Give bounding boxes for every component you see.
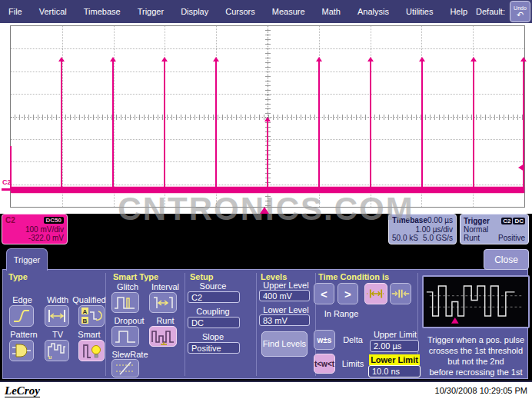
- limits-button[interactable]: t<w<t: [314, 354, 335, 374]
- menu-bar: File Vertical Timebase Trigger Display C…: [0, 0, 532, 23]
- trigger-description-line-2: crosses the 1st threshold: [418, 345, 532, 356]
- qualified-label: Qualified: [71, 295, 108, 304]
- interval-label: Interval: [146, 282, 185, 291]
- coupling-field[interactable]: DC: [188, 317, 240, 328]
- menu-item-utilities[interactable]: Utilities: [397, 7, 441, 16]
- dropout-label: Dropout: [109, 316, 149, 325]
- coupling-label: Coupling: [188, 307, 238, 316]
- undo-button[interactable]: Undo ↶: [510, 1, 530, 22]
- pattern-icon: [11, 342, 32, 359]
- in-range-icon: [365, 287, 387, 301]
- condition-greater-than-button[interactable]: >: [337, 283, 358, 304]
- menu-item-measure[interactable]: Measure: [264, 7, 314, 16]
- smart-icon: [80, 341, 103, 360]
- trigger-type-smart-button[interactable]: [78, 340, 105, 361]
- upper-limit-field[interactable]: 2.00 µs: [370, 340, 419, 352]
- slope-label: Slope: [188, 332, 238, 341]
- menu-item-help[interactable]: Help: [441, 7, 476, 16]
- trace-spike-tip: [367, 57, 374, 62]
- tab-trigger[interactable]: Trigger: [6, 248, 48, 271]
- condition-out-of-range-button[interactable]: [390, 283, 411, 304]
- menu-item-file[interactable]: File: [0, 7, 31, 16]
- smart-type-dropout-button[interactable]: [111, 326, 139, 347]
- menu-item-analysis[interactable]: Analysis: [349, 7, 397, 16]
- source-label: Source: [188, 281, 238, 291]
- edge-icon: [12, 308, 32, 324]
- source-field[interactable]: C2: [188, 291, 240, 303]
- trace-spike: [215, 61, 217, 190]
- trigger-slope-value: Positive: [498, 234, 525, 242]
- trigger-dialog-body: Type Edge Width Qualified A: [2, 269, 528, 379]
- trace-spike: [370, 61, 371, 190]
- trigger-description-line-1: Trigger when a pos. pulse: [418, 334, 532, 345]
- glitch-label: Glitch: [109, 282, 146, 291]
- setup-section-title: Setup: [190, 272, 214, 281]
- smart-type-slewrate-button[interactable]: [111, 359, 139, 377]
- condition-less-than-button[interactable]: <: [314, 283, 334, 304]
- menu-item-vertical[interactable]: Vertical: [31, 7, 75, 16]
- condition-in-range-button[interactable]: [364, 283, 387, 304]
- lower-limit-label: Lower Limit: [369, 354, 420, 365]
- trigger-level-marker[interactable]: [518, 164, 524, 171]
- trace-spike: [318, 61, 320, 190]
- default-label: Default:: [476, 7, 510, 16]
- upper-level-label: Upper Level: [258, 281, 314, 290]
- channel-c2-label: C2: [2, 178, 12, 186]
- lower-level-field[interactable]: 83 mV: [259, 314, 310, 326]
- oscilloscope-app: File Vertical Timebase Trigger Display C…: [0, 0, 532, 399]
- trigger-position-marker[interactable]: [260, 207, 269, 214]
- trace-spike-tip: [520, 57, 527, 62]
- trace-spike-tip: [110, 57, 116, 62]
- menu-item-math[interactable]: Math: [314, 7, 349, 16]
- trigger-type-pattern-button[interactable]: [9, 340, 34, 361]
- undo-arrow-icon: ↶: [517, 11, 524, 18]
- find-levels-button[interactable]: Find Levels: [261, 331, 308, 357]
- glitch-icon: [113, 294, 138, 311]
- trace-spike-tip: [213, 57, 219, 62]
- delta-button[interactable]: w±s: [314, 330, 335, 350]
- lower-panel-region: C2 DC50 100 mV/div -322.0 mV Timebase 0.…: [0, 214, 532, 381]
- gridline-horizontal: [11, 48, 524, 49]
- trace-runt-spike: [267, 121, 268, 190]
- smart-type-runt-button[interactable]: [149, 326, 177, 347]
- slope-field[interactable]: Positive: [188, 342, 240, 354]
- delta-label: Delta: [337, 335, 369, 344]
- runt-icon: [151, 328, 175, 346]
- trigger-description-line-3: but not the 2nd: [418, 356, 532, 367]
- dropout-icon: [114, 328, 137, 345]
- smart-type-interval-button[interactable]: [149, 292, 177, 313]
- qualified-icon: A B: [80, 307, 103, 325]
- delta-button-glyph: w±s: [318, 336, 332, 344]
- trigger-type-value: Runt: [464, 234, 480, 242]
- upper-level-field[interactable]: 400 mV: [259, 290, 310, 301]
- trigger-type-qualified-button[interactable]: A B: [78, 305, 105, 327]
- trigger-type-width-button[interactable]: [45, 305, 69, 327]
- slewrate-label: SlewRate: [108, 350, 152, 359]
- lower-limit-field[interactable]: 10.0 ns: [368, 365, 421, 377]
- trace-spike-tip: [470, 57, 477, 62]
- menu-item-trigger[interactable]: Trigger: [129, 7, 172, 16]
- out-of-range-icon: [391, 287, 411, 301]
- interval-icon: [151, 294, 175, 311]
- runt-trigger-diagram: [422, 275, 530, 328]
- lecroy-logo: LeCroy: [5, 384, 40, 397]
- time-condition-section-title: Time Condition is: [318, 272, 389, 281]
- menu-item-display[interactable]: Display: [172, 7, 217, 16]
- edge-label: Edge: [5, 295, 40, 304]
- menu-item-cursors[interactable]: Cursors: [217, 7, 264, 16]
- trigger-type-edge-button[interactable]: [9, 305, 34, 327]
- runt-waveform-icon: [424, 277, 528, 327]
- tv-icon: u: [46, 341, 68, 360]
- trace-spike-tip: [264, 117, 271, 121]
- timebase-rate-value: 5.0 GS/s: [423, 234, 453, 242]
- trace-spike-tip: [58, 57, 65, 62]
- width-icon: [46, 308, 68, 324]
- datetime-display: 10/30/2008 10:29:05 PM: [435, 386, 527, 395]
- trace-spike-tip: [419, 57, 425, 62]
- c2-offset-value: -322.0 mV: [5, 234, 64, 242]
- menu-item-timebase[interactable]: Timebase: [75, 7, 129, 16]
- close-button[interactable]: Close: [484, 249, 529, 270]
- trigger-type-tv-button[interactable]: u: [45, 340, 69, 361]
- slewrate-icon: [114, 361, 137, 376]
- smart-type-glitch-button[interactable]: [111, 292, 139, 313]
